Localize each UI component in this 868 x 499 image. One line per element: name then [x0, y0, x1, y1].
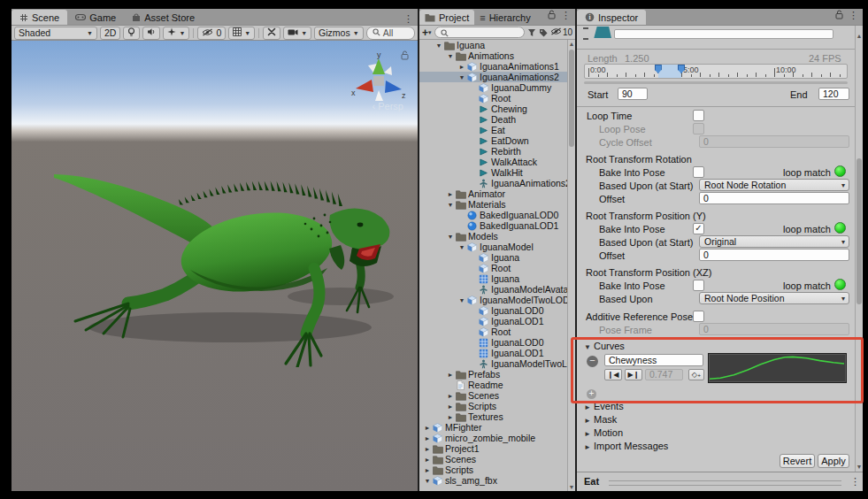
revert-button[interactable]: Revert [780, 454, 815, 468]
scroll-down-icon[interactable]: ▼ [568, 484, 575, 490]
remove-curve-button[interactable]: − [587, 356, 598, 367]
tree-item[interactable]: ▼IguanaAnimations2 [419, 72, 567, 82]
tree-item[interactable]: Chewing [419, 104, 567, 114]
project-scrollbar[interactable]: ▲ ▼ [567, 40, 575, 491]
tree-item[interactable]: Readme [419, 380, 567, 390]
tab-scene[interactable]: Scene [12, 10, 67, 25]
tree-item[interactable]: Death [419, 114, 567, 125]
tree-item[interactable]: ►IguanaAnimations1 [419, 61, 567, 72]
tree-item[interactable]: ►micro_zombie_mobile [419, 433, 567, 443]
motion-foldout[interactable]: ►Motion [584, 427, 623, 438]
preview-bar[interactable]: Eat ⋮ [577, 472, 863, 491]
tree-item[interactable]: Root [419, 326, 567, 337]
expand-arrow-icon[interactable]: ► [423, 435, 432, 441]
expand-arrow-icon[interactable]: ► [446, 403, 455, 410]
expand-arrow-icon[interactable]: ▼ [423, 478, 432, 484]
expand-arrow-icon[interactable]: ► [423, 457, 432, 463]
expand-arrow-icon[interactable]: ► [446, 393, 455, 399]
camera-dropdown[interactable]: ▼ [283, 27, 311, 40]
effects-dropdown[interactable]: ▼ [163, 27, 189, 40]
inspector-menu-icon[interactable]: ⋮ [849, 11, 858, 19]
start-input[interactable]: 90 [618, 88, 648, 100]
tree-item[interactable]: ►Prefabs [419, 369, 567, 380]
scroll-up-icon[interactable]: ▲ [856, 33, 863, 39]
rtpxz-based-dropdown[interactable]: Root Node Position [699, 292, 849, 304]
expand-arrow-icon[interactable]: ► [446, 414, 455, 420]
prev-key-button[interactable]: ❙◀ [604, 369, 622, 380]
expand-arrow-icon[interactable]: ▼ [457, 74, 466, 81]
loop-time-checkbox[interactable] [693, 110, 704, 121]
tree-item[interactable]: Root [419, 263, 567, 273]
tab-asset-store[interactable]: Asset Store [124, 10, 203, 25]
expand-arrow-icon[interactable]: ► [446, 372, 455, 378]
tree-item[interactable]: ►Scenes [419, 390, 567, 401]
events-foldout[interactable]: ►Events [584, 401, 624, 411]
tab-hierarchy[interactable]: ≡ Hierarchy [474, 10, 536, 25]
curves-foldout[interactable]: ▼Curves [584, 341, 625, 351]
scene-menu-icon[interactable]: ⋮ [403, 14, 413, 23]
tree-item[interactable]: IguanaLOD0 [419, 337, 567, 348]
grid-dropdown[interactable]: ▼ [228, 27, 255, 40]
expand-arrow-icon[interactable]: ► [423, 425, 432, 431]
rtpy-based-dropdown[interactable]: Original [699, 235, 849, 248]
expand-arrow-icon[interactable]: ▼ [457, 297, 466, 303]
timeline-ruler[interactable]: 0:005:0010:00 [584, 64, 848, 79]
expand-arrow-icon[interactable]: ► [423, 467, 432, 473]
tree-item[interactable]: ▼Models [419, 231, 567, 242]
tree-item[interactable]: ►Textures [419, 411, 567, 422]
rtpy-bake-checkbox[interactable]: ✓ [693, 223, 704, 234]
curve-name-input[interactable]: Chewyness [604, 354, 703, 366]
tree-item[interactable]: IguanaDummy [419, 82, 567, 93]
tree-item[interactable]: ►Scenes [419, 454, 567, 464]
scrollbar-thumb[interactable] [856, 158, 862, 304]
tree-item[interactable]: IguanaLOD0 [419, 305, 567, 316]
tree-item[interactable]: WalkAttack [419, 157, 567, 167]
expand-arrow-icon[interactable]: ▼ [434, 42, 443, 49]
tree-item[interactable]: ►Animator [419, 188, 567, 199]
tree-item[interactable]: ►MFighter [419, 422, 567, 433]
lock-icon[interactable] [835, 9, 843, 23]
clip-name-field[interactable] [614, 29, 833, 39]
hidden-count-button[interactable]: 10 [550, 27, 572, 37]
gizmos-dropdown[interactable]: Gizmos▼ [314, 27, 364, 40]
tree-item[interactable]: IguanaModelAvatar [419, 284, 567, 295]
tree-item[interactable]: Root [419, 93, 567, 104]
project-search-input[interactable] [434, 27, 525, 38]
persp-label[interactable]: ‹ Persp [373, 101, 403, 111]
preview-drag-handle[interactable] [609, 480, 841, 486]
tree-item[interactable]: ▼IguanaModelTwoLODs [419, 295, 567, 305]
tree-item[interactable]: ►Scripts [419, 401, 567, 411]
tree-item[interactable]: WalkHit [419, 167, 567, 178]
expand-arrow-icon[interactable]: ► [423, 446, 432, 452]
project-menu-icon[interactable]: ⋮ [561, 11, 571, 19]
tools-button[interactable] [263, 27, 280, 40]
tree-item[interactable]: Rebirth [419, 146, 567, 157]
tree-item[interactable]: IguanaLOD1 [419, 316, 567, 326]
tree-item[interactable]: EatDown [419, 135, 567, 146]
additive-checkbox[interactable] [693, 311, 704, 322]
apply-button[interactable]: Apply [818, 454, 849, 468]
import-messages-foldout[interactable]: ►Import Messages [584, 441, 668, 451]
search-by-type-icon[interactable] [527, 25, 536, 41]
scene-viewport[interactable]: y x z ‹ Persp [12, 41, 418, 491]
tree-item[interactable]: IguanaAnimations2A [419, 178, 567, 188]
expand-arrow-icon[interactable]: ▼ [446, 202, 455, 208]
tree-item[interactable]: ▼Materials [419, 199, 567, 210]
tree-item[interactable]: IguanaLOD1 [419, 348, 567, 358]
tree-item[interactable]: ►Project1 [419, 443, 567, 454]
search-by-label-icon[interactable] [539, 25, 548, 41]
create-asset-button[interactable]: +▾ [422, 27, 432, 39]
tree-item[interactable]: ▼Iguana [419, 40, 567, 50]
tree-item[interactable]: ▼Animations [419, 50, 567, 61]
hidden-objects-button[interactable]: 0 [197, 27, 226, 40]
tree-item[interactable]: ►Scripts [419, 464, 567, 475]
tab-project[interactable]: Project [419, 10, 474, 25]
tree-item[interactable]: Eat [419, 125, 567, 135]
expand-arrow-icon[interactable]: ▼ [446, 53, 455, 59]
timeline-scrollbar[interactable] [584, 81, 848, 84]
scene-search-input[interactable]: All [366, 27, 415, 40]
tree-item[interactable]: BakedIguanaLOD0 [419, 210, 567, 220]
2d-toggle[interactable]: 2D [100, 27, 120, 40]
rtr-bake-checkbox[interactable] [693, 166, 704, 178]
scroll-down-icon[interactable]: ▼ [856, 464, 863, 470]
